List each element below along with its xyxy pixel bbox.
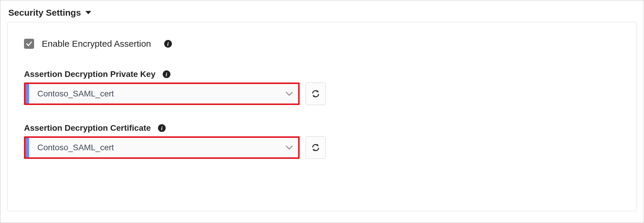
section-header[interactable]: Security Settings	[1, 1, 643, 22]
select-accent-bar	[25, 138, 29, 157]
certificate-label: Assertion Decryption Certificate	[24, 123, 151, 133]
private-key-value: Contoso_SAML_cert	[29, 84, 280, 104]
info-icon[interactable]: i	[164, 40, 172, 48]
private-key-label: Assertion Decryption Private Key	[24, 70, 156, 79]
enable-encrypted-assertion-checkbox[interactable]	[24, 39, 34, 49]
enable-encrypted-assertion-label: Enable Encrypted Assertion	[42, 39, 151, 49]
chevron-down-icon	[280, 138, 298, 157]
settings-panel: Enable Encrypted Assertion i Assertion D…	[7, 22, 637, 211]
certificate-refresh-button[interactable]	[306, 136, 326, 159]
certificate-select[interactable]: Contoso_SAML_cert	[24, 136, 300, 159]
section-title: Security Settings	[8, 8, 81, 18]
security-settings-container: Security Settings Enable Encrypted Asser…	[0, 0, 644, 223]
private-key-select[interactable]: Contoso_SAML_cert	[24, 83, 300, 105]
private-key-refresh-button[interactable]	[306, 83, 326, 105]
info-icon[interactable]: i	[158, 124, 166, 132]
select-accent-bar	[25, 84, 29, 104]
certificate-value: Contoso_SAML_cert	[29, 138, 280, 157]
enable-encrypted-assertion-row: Enable Encrypted Assertion i	[24, 39, 620, 49]
info-icon[interactable]: i	[163, 70, 170, 78]
chevron-down-icon	[280, 84, 298, 104]
caret-down-icon	[85, 11, 92, 15]
certificate-field: Assertion Decryption Certificate i Conto…	[24, 123, 620, 159]
private-key-field: Assertion Decryption Private Key i Conto…	[24, 70, 620, 105]
